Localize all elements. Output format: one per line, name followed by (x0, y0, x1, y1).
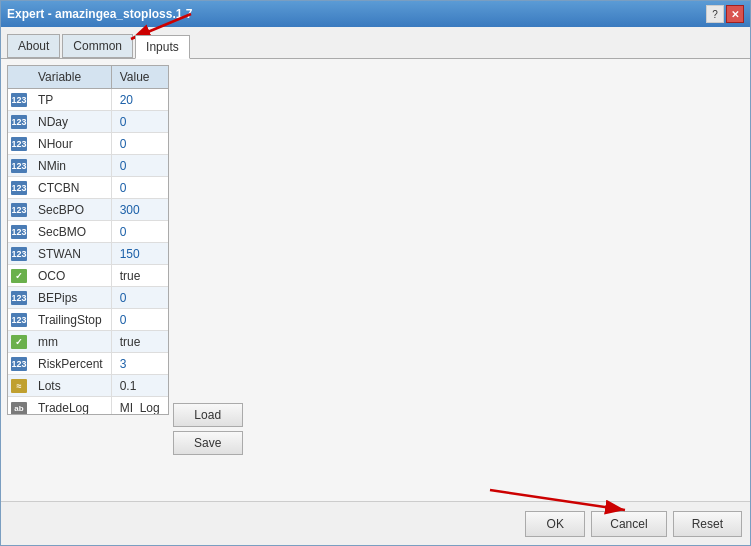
table-row[interactable]: 123NHour0 (8, 133, 168, 155)
row-icon: 123 (8, 287, 30, 309)
table-body: 123TP20123NDay0123NHour0123NMin0123CTCBN… (8, 89, 168, 416)
variables-table: Variable Value 123TP20123NDay0123NHour01… (8, 66, 168, 415)
table-row[interactable]: 123STWAN150 (8, 243, 168, 265)
table-row[interactable]: 123TP20 (8, 89, 168, 111)
row-variable: SecBPO (30, 199, 111, 221)
table-row[interactable]: 123CTCBN0 (8, 177, 168, 199)
row-variable: TrailingStop (30, 309, 111, 331)
row-variable: mm (30, 331, 111, 353)
row-variable: STWAN (30, 243, 111, 265)
bottom-bar: OK Cancel Reset (1, 501, 750, 545)
row-value[interactable]: 20 (111, 89, 168, 111)
row-icon: 123 (8, 199, 30, 221)
icon-check: ✓ (11, 335, 27, 349)
table-row[interactable]: 123NDay0 (8, 111, 168, 133)
row-value[interactable]: true (111, 331, 168, 353)
icon-123: 123 (11, 181, 27, 195)
row-icon: 123 (8, 243, 30, 265)
row-icon: 123 (8, 221, 30, 243)
load-button[interactable]: Load (173, 403, 243, 427)
table-header: Variable Value (8, 66, 168, 89)
row-icon: 123 (8, 309, 30, 331)
row-variable: Lots (30, 375, 111, 397)
row-value[interactable]: true (111, 265, 168, 287)
row-value[interactable]: MI_Log (111, 397, 168, 416)
icon-check: ✓ (11, 269, 27, 283)
title-bar: Expert - amazingea_stoploss.1.7 ? ✕ (1, 1, 750, 27)
content-area: Variable Value 123TP20123NDay0123NHour01… (1, 59, 750, 501)
row-icon: ✓ (8, 265, 30, 287)
tab-common[interactable]: Common (62, 34, 133, 58)
row-variable: RiskPercent (30, 353, 111, 375)
icon-ab: ab (11, 402, 27, 416)
table-and-side: Variable Value 123TP20123NDay0123NHour01… (7, 65, 744, 455)
table-row[interactable]: ✓OCOtrue (8, 265, 168, 287)
icon-123: 123 (11, 159, 27, 173)
row-variable: TradeLog (30, 397, 111, 416)
table-row[interactable]: 123SecBPO300 (8, 199, 168, 221)
row-icon: 123 (8, 111, 30, 133)
tab-bar: About Common Inputs (1, 27, 750, 59)
save-button[interactable]: Save (173, 431, 243, 455)
help-button[interactable]: ? (706, 5, 724, 23)
icon-123: 123 (11, 203, 27, 217)
row-icon: 123 (8, 353, 30, 375)
icon-123: 123 (11, 357, 27, 371)
row-icon: ≈ (8, 375, 30, 397)
row-value[interactable]: 0 (111, 287, 168, 309)
row-value[interactable]: 0 (111, 133, 168, 155)
row-icon: 123 (8, 133, 30, 155)
ok-button[interactable]: OK (525, 511, 585, 537)
close-button[interactable]: ✕ (726, 5, 744, 23)
icon-123: 123 (11, 137, 27, 151)
col-value: Value (111, 66, 168, 89)
reset-button[interactable]: Reset (673, 511, 742, 537)
tab-inputs[interactable]: Inputs (135, 35, 190, 59)
table-row[interactable]: ≈Lots0.1 (8, 375, 168, 397)
row-value[interactable]: 150 (111, 243, 168, 265)
icon-123: 123 (11, 291, 27, 305)
row-icon: ✓ (8, 331, 30, 353)
table-row[interactable]: ✓mmtrue (8, 331, 168, 353)
icon-123: 123 (11, 313, 27, 327)
row-value[interactable]: 3 (111, 353, 168, 375)
main-window: Expert - amazingea_stoploss.1.7 ? ✕ Abou… (0, 0, 751, 546)
row-variable: NDay (30, 111, 111, 133)
row-variable: SecBMO (30, 221, 111, 243)
icon-123: 123 (11, 115, 27, 129)
cancel-button[interactable]: Cancel (591, 511, 666, 537)
row-value[interactable]: 0.1 (111, 375, 168, 397)
table-row[interactable]: 123BEPips0 (8, 287, 168, 309)
window-title: Expert - amazingea_stoploss.1.7 (7, 7, 192, 21)
icon-123: 123 (11, 225, 27, 239)
title-bar-buttons: ? ✕ (706, 5, 744, 23)
col-icon (8, 66, 30, 89)
row-variable: TP (30, 89, 111, 111)
col-variable: Variable (30, 66, 111, 89)
table-row[interactable]: 123RiskPercent3 (8, 353, 168, 375)
table-container: Variable Value 123TP20123NDay0123NHour01… (7, 65, 169, 415)
row-variable: BEPips (30, 287, 111, 309)
icon-wave: ≈ (11, 379, 27, 393)
row-variable: NMin (30, 155, 111, 177)
row-value[interactable]: 0 (111, 177, 168, 199)
icon-123: 123 (11, 93, 27, 107)
row-icon: ab (8, 397, 30, 416)
row-icon: 123 (8, 89, 30, 111)
table-row[interactable]: abTradeLogMI_Log (8, 397, 168, 416)
tab-about[interactable]: About (7, 34, 60, 58)
row-variable: CTCBN (30, 177, 111, 199)
side-panel: Load Save (173, 65, 243, 455)
row-variable: OCO (30, 265, 111, 287)
bottom-buttons: OK Cancel Reset (525, 511, 742, 537)
row-icon: 123 (8, 155, 30, 177)
row-value[interactable]: 0 (111, 221, 168, 243)
row-value[interactable]: 0 (111, 155, 168, 177)
row-value[interactable]: 300 (111, 199, 168, 221)
row-variable: NHour (30, 133, 111, 155)
table-row[interactable]: 123NMin0 (8, 155, 168, 177)
table-row[interactable]: 123TrailingStop0 (8, 309, 168, 331)
table-row[interactable]: 123SecBMO0 (8, 221, 168, 243)
row-value[interactable]: 0 (111, 111, 168, 133)
row-value[interactable]: 0 (111, 309, 168, 331)
